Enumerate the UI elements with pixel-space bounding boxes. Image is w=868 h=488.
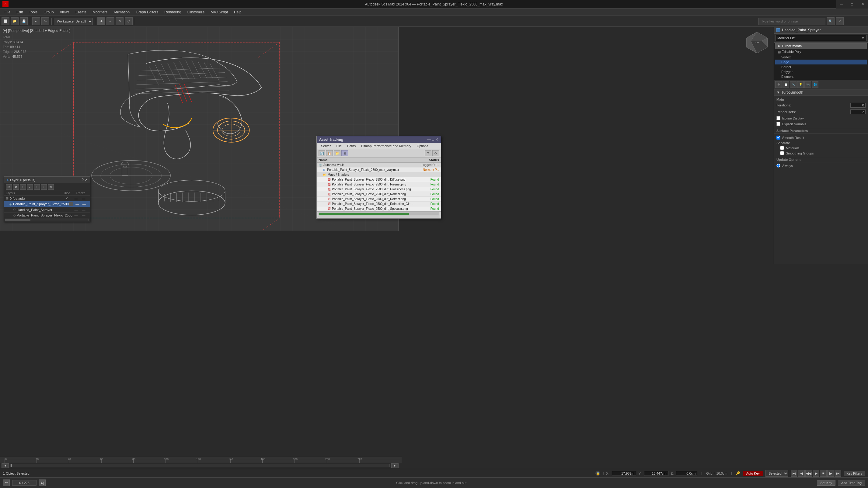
layer-btn-down[interactable]: ↓ bbox=[41, 184, 47, 190]
menu-file[interactable]: File bbox=[2, 9, 13, 15]
smoothing-groups-checkbox[interactable] bbox=[780, 151, 784, 155]
search-button[interactable]: 🔍 bbox=[827, 17, 835, 25]
selected-dropdown[interactable]: Selected bbox=[766, 470, 788, 477]
menu-customize[interactable]: Customize bbox=[184, 9, 208, 15]
menu-help[interactable]: Help bbox=[231, 9, 245, 15]
asset-row-fresnel[interactable]: 🖼 Portable_Paint_Sprayer_Flexio_2500_dir… bbox=[317, 182, 441, 187]
view-cube[interactable]: TOP bbox=[745, 30, 769, 55]
add-time-tag-button[interactable]: Add Time Tag bbox=[838, 480, 865, 486]
frame-back[interactable]: ◄ bbox=[2, 463, 9, 468]
menu-graph-editors[interactable]: Graph Editors bbox=[133, 9, 161, 15]
layer-btn-up[interactable]: ↑ bbox=[34, 184, 40, 190]
sub-element[interactable]: Element bbox=[775, 74, 867, 79]
anim-play[interactable]: ▶ bbox=[813, 470, 819, 477]
y-input[interactable] bbox=[644, 471, 669, 476]
layer-row-handled[interactable]: ◇ Handled_Paint_Sprayer — — bbox=[4, 207, 90, 213]
panel-icon-5[interactable]: 📷 bbox=[804, 81, 811, 88]
toolbar-scale[interactable]: ⬡ bbox=[125, 17, 133, 25]
timeline-track[interactable] bbox=[10, 464, 390, 467]
frame-display[interactable]: 0 / 225 bbox=[12, 480, 36, 486]
toolbar-select[interactable]: ✚ bbox=[97, 17, 105, 25]
sub-border[interactable]: Border bbox=[775, 64, 867, 69]
asset-btn-1[interactable]: 🔄 bbox=[318, 150, 325, 156]
key-filters-button[interactable]: Key Filters bbox=[844, 471, 865, 476]
frame-skip-icon[interactable]: ▶| bbox=[39, 480, 45, 486]
anim-start[interactable]: ⏮ bbox=[791, 470, 798, 477]
search-input[interactable] bbox=[758, 18, 826, 25]
help-button[interactable]: ? bbox=[836, 17, 844, 25]
auto-key-button[interactable]: Auto Key bbox=[743, 471, 763, 476]
asset-menu-file[interactable]: File bbox=[334, 143, 344, 149]
sub-vertex[interactable]: Vertex bbox=[775, 55, 867, 60]
z-input[interactable] bbox=[676, 471, 697, 476]
menu-rendering[interactable]: Rendering bbox=[161, 9, 184, 15]
anim-end[interactable]: ⏭ bbox=[835, 470, 841, 477]
toolbar-move[interactable]: ↔ bbox=[106, 17, 114, 25]
panel-icon-3[interactable]: 🔧 bbox=[790, 81, 797, 88]
asset-btn-3[interactable]: 📁 bbox=[334, 150, 340, 156]
menu-views[interactable]: Views bbox=[57, 9, 72, 15]
mini-curve-icon[interactable]: 〜 bbox=[3, 480, 10, 486]
layer-btn-delete[interactable]: ✕ bbox=[13, 184, 19, 190]
toolbar-redo[interactable]: ↪ bbox=[41, 17, 49, 25]
panel-icon-2[interactable]: 📋 bbox=[782, 81, 789, 88]
panel-icon-1[interactable]: ⚙ bbox=[775, 81, 782, 88]
layer-row-default[interactable]: ⊞ 0 (default) ✓ — — bbox=[4, 196, 90, 201]
frame-forward[interactable]: ► bbox=[391, 463, 399, 468]
asset-row-refraction-gloss[interactable]: 🖼 Portable_Paint_Sprayer_Flexio_2500_dir… bbox=[317, 202, 441, 206]
layer-btn-vis[interactable]: 👁 bbox=[48, 184, 54, 190]
layer-btn-add[interactable]: + bbox=[20, 184, 26, 190]
asset-row-vault[interactable]: 🏢 Autodesk Vault Logged Ou... bbox=[317, 163, 441, 167]
asset-menu-bitmap[interactable]: Bitmap Performance and Memory bbox=[359, 143, 413, 149]
anim-prev[interactable]: ◀ bbox=[798, 470, 805, 477]
menu-edit[interactable]: Edit bbox=[13, 9, 26, 15]
time-slider[interactable]: ◄ ► bbox=[0, 463, 400, 468]
asset-table[interactable]: 🏢 Autodesk Vault Logged Ou... 🗎 Portable… bbox=[317, 163, 441, 211]
menu-modifiers[interactable]: Modifiers bbox=[89, 9, 111, 15]
iterations-input[interactable] bbox=[850, 103, 866, 108]
asset-maximize-btn[interactable]: □ bbox=[432, 137, 434, 142]
asset-menu-paths[interactable]: Paths bbox=[345, 143, 358, 149]
asset-btn-help[interactable]: ? bbox=[425, 150, 431, 156]
render-iters-input[interactable] bbox=[850, 109, 866, 114]
lock-icon2[interactable]: 🔑 bbox=[736, 471, 740, 475]
layer-scrollbar[interactable] bbox=[5, 219, 89, 221]
asset-row-refract[interactable]: 🖼 Portable_Paint_Sprayer_Flexio_2500_dir… bbox=[317, 197, 441, 202]
modifier-turbosmooth[interactable]: ⚙ TurboSmooth bbox=[775, 43, 867, 49]
menu-group[interactable]: Group bbox=[40, 9, 57, 15]
asset-scrollbar[interactable] bbox=[318, 216, 439, 218]
close-button[interactable]: ✕ bbox=[857, 0, 868, 8]
asset-menu-server[interactable]: Server bbox=[318, 143, 333, 149]
maximize-button[interactable]: □ bbox=[847, 0, 857, 8]
panel-icon-4[interactable]: 💡 bbox=[797, 81, 804, 88]
asset-close-btn[interactable]: ✕ bbox=[435, 137, 438, 142]
workspace-select[interactable]: Workspace: Default bbox=[54, 18, 93, 25]
x-input[interactable] bbox=[612, 471, 636, 476]
toolbar-open[interactable]: 📁 bbox=[11, 17, 19, 25]
toolbar-save[interactable]: 💾 bbox=[20, 17, 28, 25]
asset-btn-2[interactable]: 📋 bbox=[326, 150, 333, 156]
modifier-list-header[interactable]: Modifier List ▼ bbox=[775, 35, 867, 41]
set-key-button[interactable]: Set Key bbox=[817, 480, 835, 486]
sub-polygon[interactable]: Polygon bbox=[775, 69, 867, 74]
anim-play-back[interactable]: ◀◀ bbox=[805, 470, 812, 477]
toolbar-new[interactable]: ⬜ bbox=[2, 17, 9, 25]
layer-row-portable2[interactable]: ◇ Portable_Paint_Sprayer_Flexio_2500 — — bbox=[4, 213, 90, 218]
asset-row-diffuse[interactable]: 🖼 Portable_Paint_Sprayer_Flexio_2500_dir… bbox=[317, 177, 441, 182]
smooth-result-checkbox[interactable] bbox=[776, 136, 780, 139]
toolbar-undo[interactable]: ↩ bbox=[32, 17, 40, 25]
layer-btn-new[interactable]: ⊕ bbox=[6, 184, 12, 190]
always-radio[interactable] bbox=[776, 164, 780, 167]
asset-row-specular[interactable]: 🖼 Portable_Paint_Sprayer_Flexio_2500_dir… bbox=[317, 206, 441, 211]
anim-stop[interactable]: ■ bbox=[820, 470, 827, 477]
explicit-normals-checkbox[interactable] bbox=[776, 122, 780, 126]
asset-row-normal[interactable]: 🖼 Portable_Paint_Sprayer_Flexio_2500_dir… bbox=[317, 192, 441, 197]
layer-row-portable[interactable]: ◈ Portable_Paint_Sprayer_Flexio_2500 — — bbox=[4, 201, 90, 207]
isoline-checkbox[interactable] bbox=[776, 116, 780, 120]
asset-btn-refresh[interactable]: ⟳ bbox=[432, 150, 439, 156]
menu-animation[interactable]: Animation bbox=[111, 9, 133, 15]
lock-icon[interactable]: 🔒 bbox=[595, 471, 600, 476]
panel-icon-6[interactable]: 🌐 bbox=[812, 81, 818, 88]
object-color-swatch[interactable] bbox=[776, 28, 780, 32]
sub-edge[interactable]: Edge bbox=[775, 60, 867, 64]
